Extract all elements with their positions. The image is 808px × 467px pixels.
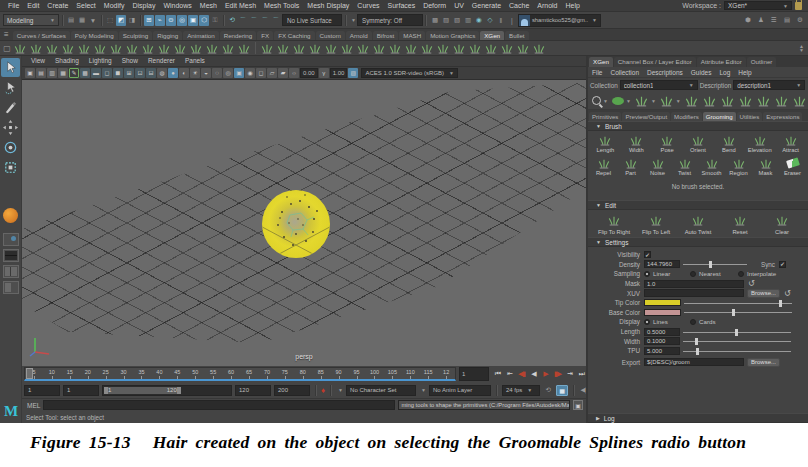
shelf-icon[interactable]: [372, 42, 386, 54]
modeling-toolkit-icon[interactable]: ⬢: [743, 15, 753, 26]
scale-tool[interactable]: [1, 158, 20, 177]
tip-color-slider[interactable]: [684, 299, 792, 307]
hair-sphere[interactable]: [251, 179, 341, 269]
texture-view-icon[interactable]: ▥: [463, 15, 473, 26]
viewport-menu-item[interactable]: Panels: [180, 57, 210, 64]
base-color-swatch[interactable]: [644, 309, 681, 316]
mel-label[interactable]: MEL: [25, 402, 40, 409]
shelf-icon[interactable]: [205, 42, 219, 54]
density-slider[interactable]: [683, 260, 747, 268]
bookmark-icon[interactable]: ▥: [47, 68, 57, 78]
sampling-linear-radio[interactable]: Linear: [644, 270, 690, 277]
sampling-interpolate-radio[interactable]: Interpolate: [738, 270, 776, 277]
select-groom-icon[interactable]: [775, 94, 789, 108]
menu-item[interactable]: Mesh Tools: [260, 2, 303, 9]
shelf-icon[interactable]: [157, 42, 171, 54]
mask-field[interactable]: 1.0: [644, 280, 744, 288]
shelf-tab[interactable]: Arnold: [346, 31, 372, 40]
playback-button[interactable]: ⏮: [492, 370, 503, 378]
select-tool[interactable]: [1, 58, 20, 77]
shelf-tab[interactable]: Bifrost: [373, 31, 399, 40]
brush-noise[interactable]: Noise: [644, 157, 671, 176]
display-lines-radio[interactable]: Lines: [644, 318, 690, 325]
shelf-icon[interactable]: [516, 42, 530, 54]
image-plane-icon[interactable]: ▦: [58, 68, 68, 78]
collection-selector[interactable]: collection1▼: [620, 80, 698, 90]
display-cards-radio[interactable]: Cards: [690, 318, 716, 325]
shelf-icon[interactable]: [29, 42, 43, 54]
settings-gear-icon[interactable]: ⚙: [795, 15, 805, 26]
xgen-subtab[interactable]: Modifiers: [671, 112, 702, 121]
comb-icon[interactable]: [739, 94, 753, 108]
playback-button[interactable]: ◀▮: [516, 370, 527, 378]
brush-repel[interactable]: Repel: [590, 157, 617, 176]
brush-smooth[interactable]: Smooth: [698, 157, 725, 176]
snap-point-icon[interactable]: ⊙: [166, 15, 176, 26]
depth-of-field-icon[interactable]: ◉: [245, 68, 255, 78]
menu-item[interactable]: Select: [72, 2, 99, 9]
menu-item[interactable]: Display: [128, 2, 159, 9]
shelf-icon[interactable]: [292, 42, 306, 54]
gamma-icon[interactable]: γ: [319, 68, 329, 78]
auto-twist-button[interactable]: Auto Twist: [678, 214, 718, 235]
menu-item[interactable]: Generate: [468, 2, 505, 9]
lock-primitives-icon[interactable]: [721, 94, 735, 108]
settings-section-header[interactable]: ▼Settings: [588, 237, 808, 247]
export-field[interactable]: ${DESC}/groom: [644, 358, 744, 366]
tpu-slider[interactable]: [683, 347, 791, 355]
shelf-tab[interactable]: Sculpting: [119, 31, 152, 40]
brush-orient[interactable]: Orient: [683, 134, 714, 153]
curve-snap-2-icon[interactable]: ⌒: [249, 15, 259, 26]
textured-icon[interactable]: ◐: [179, 68, 189, 78]
screen-space-ao-icon[interactable]: ◌: [212, 68, 222, 78]
shelf-tab[interactable]: Bullet: [505, 31, 528, 40]
brush-width[interactable]: Width: [621, 134, 652, 153]
add-primitives-icon[interactable]: [685, 94, 699, 108]
view-transform-icon[interactable]: ▨: [348, 68, 358, 78]
reset-button[interactable]: Reset: [720, 214, 760, 235]
gate-mask-icon[interactable]: ◼: [113, 68, 123, 78]
shelf-icon[interactable]: [404, 42, 418, 54]
shelf-icon[interactable]: [13, 42, 27, 54]
xgen-menu-item[interactable]: Guides: [687, 69, 716, 76]
preview-refresh-icon[interactable]: ▼: [592, 96, 608, 105]
account-chip[interactable]: shamtickoo525@gm..▼: [518, 14, 601, 27]
symmetry-field[interactable]: Symmetry: Off: [357, 14, 423, 26]
arnold-icon[interactable]: ◇: [485, 15, 495, 26]
gamma-value[interactable]: 1.00: [330, 68, 348, 78]
preview-clear-icon[interactable]: ▼: [612, 97, 631, 105]
auto-key-icon[interactable]: ♦: [321, 386, 325, 395]
exposure-icon[interactable]: ☼: [289, 68, 299, 78]
shelf-icon[interactable]: [45, 42, 59, 54]
menu-item[interactable]: Edit: [23, 2, 43, 9]
shelf-tab[interactable]: XGen: [480, 31, 504, 40]
grid-toggle-icon[interactable]: ▩: [80, 68, 90, 78]
shelf-tab[interactable]: FX: [257, 31, 273, 40]
snap-view-plane-icon[interactable]: ▣: [188, 15, 198, 26]
safe-action-icon[interactable]: ⊡: [135, 68, 145, 78]
shadows-icon[interactable]: ◒: [201, 68, 211, 78]
shelf-scroll-icons[interactable]: ▲▼: [799, 44, 806, 52]
base-color-slider[interactable]: [684, 308, 792, 316]
snap-grid-icon[interactable]: ⊞: [144, 15, 154, 26]
shelf-tab[interactable]: Rigging: [153, 31, 182, 40]
panel-tab[interactable]: XGen: [589, 57, 613, 67]
menu-item[interactable]: Surfaces: [384, 2, 420, 9]
shelf-tab[interactable]: Curves / Surfaces: [13, 31, 70, 40]
layout-single-pane-button[interactable]: [3, 233, 19, 246]
shelf-icon[interactable]: [93, 42, 107, 54]
multisample-icon[interactable]: ▣: [234, 68, 244, 78]
anim-layer-selector[interactable]: No Anim Layer: [429, 385, 491, 396]
brush-section-header[interactable]: ▼Brush: [588, 121, 808, 131]
menu-item[interactable]: UV: [450, 2, 468, 9]
tip-color-swatch[interactable]: [644, 299, 681, 306]
brush-pose[interactable]: Pose: [652, 134, 683, 153]
xuv-browse-button[interactable]: Browse...: [747, 289, 780, 298]
shelf-icon[interactable]: [356, 42, 370, 54]
brush-attract[interactable]: Attract: [775, 134, 806, 153]
sampling-nearest-radio[interactable]: Nearest: [690, 270, 738, 277]
menu-item[interactable]: Create: [43, 2, 72, 9]
current-frame-field[interactable]: 1: [459, 367, 489, 381]
shelf-icon[interactable]: [324, 42, 338, 54]
attribute-spread-icon[interactable]: ☰: [769, 15, 779, 26]
